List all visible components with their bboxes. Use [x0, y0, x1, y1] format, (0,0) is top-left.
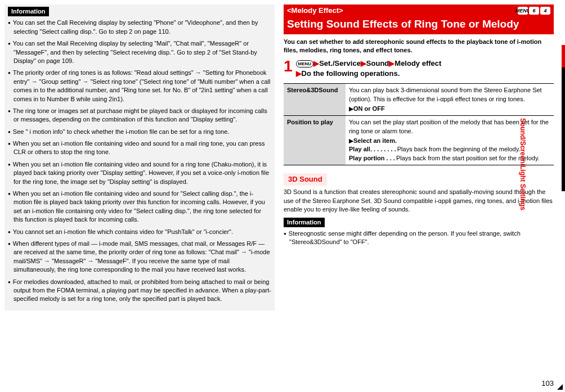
sub-body-text: 3D Sound is a function that creates ster… [284, 188, 554, 214]
parameter-table: Stereo&3DSound You can play back 3-dimen… [284, 83, 554, 165]
arrow-icon: ▶ [361, 59, 366, 67]
param-desc-cell: You can play back 3-dimensional sound fr… [346, 84, 554, 116]
step-instruction: Do the following operations. [302, 69, 400, 78]
nav-sound: Sound [366, 59, 389, 67]
info-bullet: When different types of mail — i-mode ma… [8, 240, 271, 274]
info-bullet: The priority order of ring tones is as f… [8, 69, 271, 103]
information-header: Information [8, 7, 49, 16]
arrow-icon: ▶ [389, 59, 394, 67]
page-columns: Information You can set the Call Receivi… [0, 0, 565, 310]
option-name: Play all. . . . . . . . [349, 145, 396, 154]
shortcut-icons: MENU 6 4 [518, 7, 550, 15]
information-block-left: Information You can set the Call Receivi… [5, 4, 275, 310]
param-desc: You can play back 3-dimensional sound fr… [349, 87, 542, 102]
param-label: Stereo&3DSound [284, 84, 346, 116]
side-tab-accent [562, 45, 565, 67]
param-action: ▶ON or OFF [349, 105, 550, 113]
param-action-text: ON or OFF [353, 105, 385, 112]
info-bullet: See " i motion info" to check whether th… [8, 128, 271, 136]
step-number: 1 [284, 58, 293, 74]
option-name: Play portion . . . [349, 154, 395, 163]
key-4-icon: 4 [540, 7, 550, 15]
lead-text: You can set whether to add stereophonic … [284, 38, 554, 55]
step-text: MENU▶Set./Service▶Sound▶Melody effect ▶D… [296, 58, 554, 79]
param-label: Position to play [284, 116, 346, 165]
arrow-icon: ▶ [313, 59, 319, 67]
section-title: Setting Sound Effects of Ring Tone or Me… [284, 17, 554, 34]
right-column: <Melody Effect> MENU 6 4 Setting Sound E… [284, 4, 554, 310]
section-tag-text: <Melody Effect> [287, 6, 343, 16]
side-tab-label: Sound/Screen/Light Settings [518, 118, 527, 210]
table-row: Position to play You can set the play st… [284, 116, 554, 165]
information-block-right: Information Stereognostic sense might di… [284, 218, 554, 247]
page-corner-icon [557, 384, 563, 390]
info-bullet: When you set an i-motion file containing… [8, 160, 271, 186]
triangle-icon: ▶ [349, 137, 353, 144]
left-column: Information You can set the Call Receivi… [5, 4, 275, 310]
side-tab-bar [562, 67, 565, 191]
info-bullet: When you set an i-motion file containing… [8, 139, 271, 157]
info-bullet: The ring tone or images set at purchase … [8, 107, 271, 124]
info-bullet: Stereognostic sense might differ dependi… [284, 229, 554, 247]
key-6-icon: 6 [529, 7, 539, 15]
table-row: Stereo&3DSound You can play back 3-dimen… [284, 84, 554, 116]
information-header: Information [284, 218, 325, 227]
param-action-text: Select an item. [353, 137, 397, 144]
nav-set-service: Set./Service [319, 59, 361, 67]
info-bullet: When you set an i-motion file containing… [8, 190, 271, 224]
menu-key-icon: MENU [518, 7, 528, 15]
side-tab: Sound/Screen/Light Settings [555, 45, 565, 191]
info-bullet: You cannot set an i-motion file which co… [8, 228, 271, 236]
info-bullet: You can set the Call Receiving display b… [8, 19, 271, 36]
sub-heading-3d-sound: 3D Sound [284, 173, 327, 186]
step-1: 1 MENU▶Set./Service▶Sound▶Melody effect … [284, 58, 554, 79]
page-number: 103 [541, 379, 554, 389]
nav-melody-effect: Melody effect [394, 59, 441, 67]
section-tag-bar: <Melody Effect> MENU 6 4 [284, 4, 554, 17]
menu-key-icon: MENU [296, 60, 314, 67]
triangle-icon: ▶ [349, 105, 353, 112]
info-bullet: You can set the Mail Receiving display b… [8, 39, 271, 65]
info-bullet: For melodies downloaded, attached to mai… [8, 278, 271, 304]
option-desc: Plays back from the beginning of the mel… [397, 145, 521, 154]
arrow-icon: ▶ [296, 69, 302, 78]
